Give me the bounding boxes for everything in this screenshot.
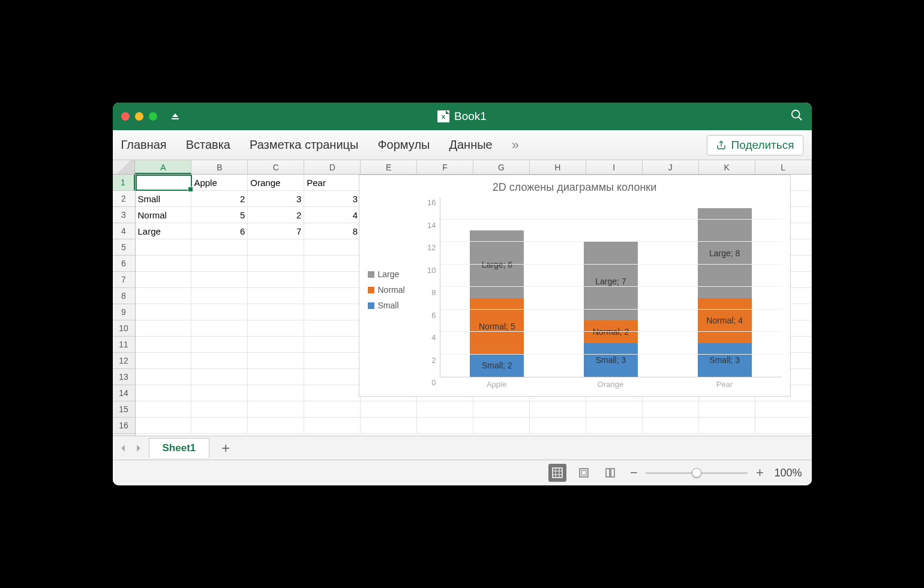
share-button[interactable]: Поделиться: [707, 135, 803, 155]
cell-D11[interactable]: [304, 337, 361, 353]
cell-D12[interactable]: [304, 353, 361, 369]
row-header-14[interactable]: 14: [113, 385, 135, 401]
column-header-J[interactable]: J: [643, 160, 699, 174]
cell-D15[interactable]: [304, 401, 361, 418]
close-window-button[interactable]: [121, 112, 130, 121]
tab-insert[interactable]: Вставка: [186, 138, 230, 152]
maximize-window-button[interactable]: [149, 112, 157, 121]
view-pagebreak-button[interactable]: [601, 464, 619, 482]
cell-C2[interactable]: 3: [248, 191, 304, 207]
cell-C7[interactable]: [248, 272, 304, 288]
cell-C15[interactable]: [248, 401, 304, 418]
cell-A1[interactable]: [136, 175, 192, 191]
cell-G16[interactable]: [473, 418, 530, 434]
column-header-L[interactable]: L: [755, 160, 812, 174]
row-header-6[interactable]: 6: [113, 256, 135, 272]
cell-F15[interactable]: [417, 401, 473, 418]
row-header-2[interactable]: 2: [113, 191, 135, 207]
cell-C4[interactable]: 7: [248, 223, 304, 239]
row-header-13[interactable]: 13: [113, 369, 135, 385]
tabs-overflow[interactable]: »: [512, 137, 519, 153]
cell-A5[interactable]: [136, 239, 192, 256]
cell-A4[interactable]: Large: [136, 223, 192, 239]
zoom-out-button[interactable]: −: [628, 465, 640, 481]
row-header-8[interactable]: 8: [113, 288, 135, 304]
cell-B10[interactable]: [191, 320, 248, 337]
cell-B1[interactable]: Apple: [191, 175, 248, 191]
cell-D4[interactable]: 8: [304, 223, 361, 239]
cell-L16[interactable]: [755, 418, 812, 434]
cell-C6[interactable]: [248, 256, 304, 272]
row-header-9[interactable]: 9: [113, 304, 135, 320]
cell-C5[interactable]: [248, 239, 304, 256]
zoom-in-button[interactable]: +: [754, 465, 766, 481]
segment-normal[interactable]: Normal; 5: [470, 298, 524, 355]
cell-A10[interactable]: [136, 320, 192, 337]
cell-C12[interactable]: [248, 353, 304, 369]
cell-A8[interactable]: [136, 288, 192, 304]
segment-small[interactable]: Small; 3: [584, 343, 638, 377]
cell-B7[interactable]: [191, 272, 248, 288]
cell-D6[interactable]: [304, 256, 361, 272]
cell-G15[interactable]: [473, 401, 530, 418]
tab-home[interactable]: Главная: [121, 138, 167, 152]
zoom-track[interactable]: [646, 472, 748, 474]
cell-D5[interactable]: [304, 239, 361, 256]
cell-E16[interactable]: [361, 418, 417, 434]
segment-large[interactable]: Large; 8: [698, 208, 752, 298]
cell-C11[interactable]: [248, 337, 304, 353]
column-header-F[interactable]: F: [417, 160, 473, 174]
prev-sheet-button[interactable]: [118, 444, 128, 452]
cell-A12[interactable]: [136, 353, 192, 369]
row-header-16[interactable]: 16: [113, 418, 135, 434]
cell-B5[interactable]: [191, 239, 248, 256]
segment-normal[interactable]: Normal; 2: [584, 320, 638, 343]
cell-I16[interactable]: [586, 418, 643, 434]
cell-A11[interactable]: [136, 337, 192, 353]
row-header-12[interactable]: 12: [113, 353, 135, 369]
search-button[interactable]: [790, 109, 803, 124]
cell-D2[interactable]: 3: [304, 191, 361, 207]
row-header-1[interactable]: 1: [113, 175, 135, 191]
cell-J15[interactable]: [643, 401, 699, 418]
quick-access-toggle[interactable]: [172, 113, 179, 119]
cell-A16[interactable]: [136, 418, 192, 434]
cell-B3[interactable]: 5: [191, 207, 248, 223]
cell-A13[interactable]: [136, 369, 192, 385]
column-header-A[interactable]: A: [135, 160, 191, 174]
cell-I15[interactable]: [586, 401, 643, 418]
cell-L15[interactable]: [755, 401, 812, 418]
cell-C8[interactable]: [248, 288, 304, 304]
view-normal-button[interactable]: [548, 464, 566, 482]
tab-pagelayout[interactable]: Разметка страницы: [250, 138, 358, 152]
cell-B6[interactable]: [191, 256, 248, 272]
column-header-H[interactable]: H: [530, 160, 586, 174]
cell-D7[interactable]: [304, 272, 361, 288]
spreadsheet[interactable]: A B C D E F G H I J K L 1 2 3 4 5 6 7 8 …: [113, 160, 812, 436]
column-header-C[interactable]: C: [248, 160, 304, 174]
select-all-corner[interactable]: [113, 160, 136, 174]
cell-K15[interactable]: [699, 401, 755, 418]
cell-C3[interactable]: 2: [248, 207, 304, 223]
column-header-K[interactable]: K: [699, 160, 755, 174]
bar-orange[interactable]: Small; 3Normal; 2Large; 7: [584, 242, 638, 377]
cell-B13[interactable]: [191, 369, 248, 385]
cell-C9[interactable]: [248, 304, 304, 320]
cell-C14[interactable]: [248, 385, 304, 401]
bar-pear[interactable]: Small; 3Normal; 4Large; 8: [698, 208, 752, 377]
view-pagelayout-button[interactable]: [575, 464, 593, 482]
cell-B11[interactable]: [191, 337, 248, 353]
cell-D1[interactable]: Pear: [304, 175, 361, 191]
cell-A14[interactable]: [136, 385, 192, 401]
tab-data[interactable]: Данные: [449, 138, 492, 152]
segment-small[interactable]: Small; 2: [470, 355, 524, 377]
cell-B4[interactable]: 6: [191, 223, 248, 239]
column-header-B[interactable]: B: [191, 160, 248, 174]
cell-A2[interactable]: Small: [136, 191, 192, 207]
column-header-G[interactable]: G: [473, 160, 530, 174]
cell-B8[interactable]: [191, 288, 248, 304]
cell-D9[interactable]: [304, 304, 361, 320]
column-header-D[interactable]: D: [304, 160, 361, 174]
cell-D13[interactable]: [304, 369, 361, 385]
cell-C16[interactable]: [248, 418, 304, 434]
